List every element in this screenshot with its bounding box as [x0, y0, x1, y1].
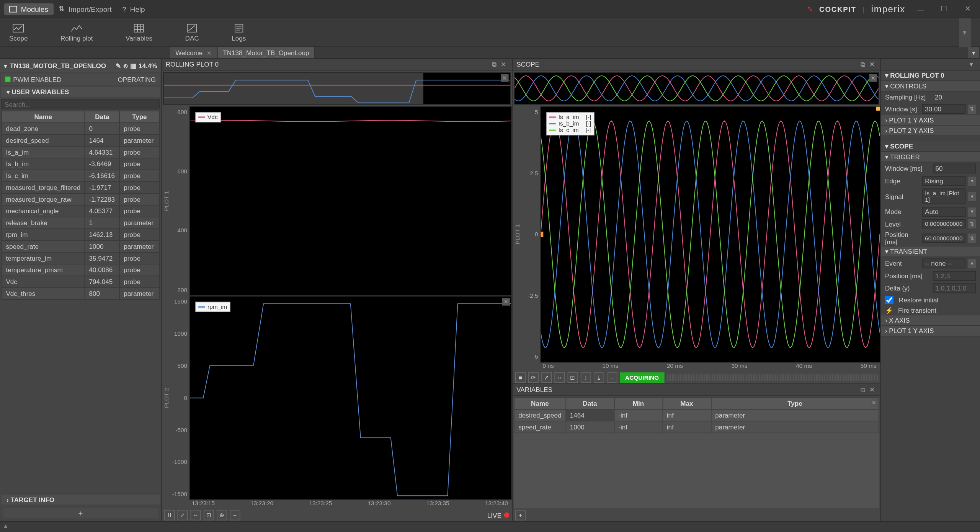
vcol-name[interactable]: Name	[514, 398, 565, 410]
table-row[interactable]: Is_a_im4.64331probe	[2, 146, 159, 158]
table-row[interactable]: Is_b_im-3.6469probe	[2, 158, 159, 170]
cursor-button[interactable]: ⊕	[217, 510, 227, 520]
tab-overflow[interactable]: ▾	[968, 47, 980, 58]
chevron-down-icon[interactable]: ▾	[4, 62, 7, 69]
col-name[interactable]: Name	[2, 111, 85, 123]
menu-import-export[interactable]: ⇅Import/Export	[53, 3, 117, 15]
table-row[interactable]: Is_c_im-6.16616probe	[2, 170, 159, 182]
restore-checkbox[interactable]	[885, 296, 893, 304]
r-plot1y[interactable]: › PLOT 1 Y AXIS	[881, 115, 980, 126]
scope-overview[interactable]: ✕	[514, 72, 879, 105]
add-module-button[interactable]: ＋	[3, 508, 158, 518]
popout-icon[interactable]: ⧉	[490, 60, 499, 69]
table-row[interactable]: Vdc_thres800parameter	[2, 288, 159, 300]
zoom-button[interactable]: ⊡	[204, 510, 214, 520]
close-icon[interactable]: ✕	[867, 385, 877, 394]
status-chevron-icon[interactable]: ▴	[4, 522, 13, 530]
export-button[interactable]: ⤓	[594, 372, 604, 383]
fire-row[interactable]: ⚡Fire transient	[881, 306, 980, 316]
trigger-marker-icon[interactable]	[876, 106, 880, 111]
chevron-down-icon[interactable]: ▾	[968, 176, 976, 186]
add-plot-button[interactable]: ＋	[607, 372, 617, 383]
table-row[interactable]: speed_rate1000-infinfparameter	[514, 421, 879, 433]
toolbar-logs[interactable]: Logs	[232, 23, 246, 42]
toolbar-dac[interactable]: DAC	[185, 23, 199, 42]
r-scope-header[interactable]: ▾ SCOPE	[881, 141, 980, 152]
add-plot-button[interactable]: ＋	[230, 510, 240, 520]
table-row[interactable]: speed_rate1000parameter	[2, 240, 159, 252]
chevron-down-icon[interactable]: ▾	[968, 192, 976, 201]
variables-search-input[interactable]	[1, 99, 160, 109]
mode-select[interactable]: Auto	[922, 207, 965, 217]
table-row[interactable]: temperature_im35.9472probe	[2, 252, 159, 264]
cursor-button[interactable]: ↕	[581, 372, 591, 383]
zoom-button[interactable]: ⊡	[568, 372, 578, 383]
popout-icon[interactable]: ⧉	[858, 385, 867, 394]
table-row[interactable]: desired_speed1464-infinfparameter	[514, 410, 879, 421]
variables-close-icon[interactable]: ✕	[870, 398, 878, 406]
toolbar-collapse-toggle[interactable]: ▾	[959, 18, 971, 47]
col-type[interactable]: Type	[119, 111, 159, 123]
level-marker-icon[interactable]	[540, 232, 544, 237]
vcol-type[interactable]: Type	[711, 398, 879, 410]
plot2-close-icon[interactable]: ✕	[502, 298, 510, 306]
toolbar-variables[interactable]: Variables	[126, 23, 152, 42]
stepper-icon[interactable]: ⇅	[968, 219, 976, 228]
rolling-overview[interactable]: ✕	[163, 72, 511, 105]
table-row[interactable]: Vdc794.045probe	[2, 276, 159, 288]
level-input[interactable]: 0.0000000000	[922, 219, 965, 228]
cpu-icon[interactable]: ▦	[130, 62, 136, 69]
close-icon[interactable]: ✕	[867, 60, 877, 69]
r-trigger-header[interactable]: ▾ TRIGGER	[881, 152, 980, 162]
restore-row[interactable]: Restore initial	[881, 295, 980, 306]
stepper-icon[interactable]: ⇅	[968, 104, 976, 114]
fit-button[interactable]: ⤢	[177, 510, 188, 520]
scope-canvas[interactable]: Is_a_im [-] Is_b_im [-] Is_c_im [-]	[540, 106, 880, 362]
toolbar-rolling-plot[interactable]: Rolling plot	[60, 23, 93, 42]
tab-project[interactable]: TN138_Motor_TB_OpenLoop	[218, 47, 315, 58]
table-row[interactable]: measured_torque_raw-1.72283probe	[2, 193, 159, 205]
twin-input[interactable]: 60	[933, 164, 976, 174]
close-icon[interactable]: ✕	[207, 49, 212, 56]
r-controls-header[interactable]: ▾ CONTROLS	[881, 81, 980, 91]
table-row[interactable]: measured_torque_filtered-1.9717probe	[2, 182, 159, 194]
inspector-toggle[interactable]: ▾	[967, 60, 976, 69]
pan-button[interactable]: ↔	[554, 372, 565, 383]
scope-overview-close-icon[interactable]: ✕	[869, 74, 877, 82]
table-row[interactable]: rpm_im1462.13probe	[2, 229, 159, 241]
event-select[interactable]: -- none --	[922, 258, 965, 268]
chevron-down-icon[interactable]: ▾	[968, 259, 976, 268]
window-maximize-button[interactable]: ☐	[936, 2, 952, 15]
table-row[interactable]: temperature_pmsm40.0086probe	[2, 264, 159, 276]
popout-icon[interactable]: ⧉	[858, 60, 867, 69]
pause-button[interactable]: ⏸	[164, 510, 175, 520]
pos-input[interactable]: 60.000000000	[922, 233, 965, 243]
stop-button[interactable]: ■	[515, 372, 526, 383]
toolbar-scope[interactable]: Scope	[9, 23, 28, 42]
edit-icon[interactable]: ✎	[116, 62, 121, 69]
table-row[interactable]: dead_zone0probe	[2, 123, 159, 135]
r-scope-plot1y[interactable]: › PLOT 1 Y AXIS	[881, 326, 980, 336]
link-icon[interactable]: ⎋	[124, 62, 127, 69]
window-minimize-button[interactable]: —	[912, 2, 929, 15]
single-button[interactable]: ⟳	[528, 372, 539, 383]
vcol-min[interactable]: Min	[614, 398, 663, 410]
vcol-data[interactable]: Data	[566, 398, 614, 410]
table-row[interactable]: mechanical_angle4.05377probe	[2, 205, 159, 217]
rolling-plot2-canvas[interactable]: rpm_im ✕	[189, 296, 512, 500]
pan-button[interactable]: ↔	[191, 510, 201, 520]
edge-select[interactable]: Rising	[922, 176, 965, 186]
close-icon[interactable]: ✕	[499, 60, 508, 69]
vcol-max[interactable]: Max	[663, 398, 711, 410]
window-input[interactable]: 30.00	[922, 104, 965, 114]
stepper-icon[interactable]: ⇅	[968, 233, 976, 243]
window-close-button[interactable]: ✕	[959, 2, 976, 15]
fit-button[interactable]: ⤢	[541, 372, 552, 383]
rolling-plot1-canvas[interactable]: Vdc	[189, 106, 512, 296]
table-row[interactable]: desired_speed1464parameter	[2, 134, 159, 146]
chevron-down-icon[interactable]: ▾	[968, 207, 976, 216]
add-variable-button[interactable]: ＋	[515, 510, 526, 520]
r-plot2y[interactable]: › PLOT 2 Y AXIS	[881, 126, 980, 136]
r-rolling-header[interactable]: ▾ ROLLING PLOT 0	[881, 71, 980, 81]
menu-help[interactable]: ?Help	[117, 3, 150, 15]
